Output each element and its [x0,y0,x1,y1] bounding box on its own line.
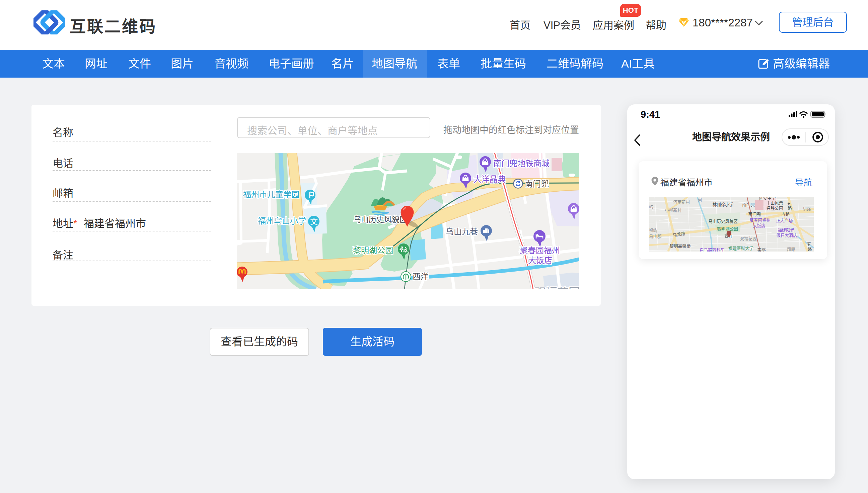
svg-text:小柳新村: 小柳新村 [665,208,682,213]
svg-text:福屿: 福屿 [649,228,658,233]
svg-text:福建阳光: 福建阳光 [778,228,794,233]
svg-text:大洋晶典: 大洋晶典 [473,175,506,184]
svg-text:南门兜: 南门兜 [742,202,755,207]
svg-text:正大广场: 正大广场 [776,218,793,223]
svg-text:于山风景: 于山风景 [766,200,783,206]
svg-text:双福花园: 双福花园 [740,236,757,241]
svg-text:占路: 占路 [781,212,790,217]
svg-text:南门兜: 南门兜 [748,212,761,217]
svg-text:名胜公园: 名胜公园 [766,206,783,211]
svg-text:河: 河 [698,197,702,202]
svg-text:乌山历史风貌区: 乌山历史风貌区 [353,215,407,224]
svg-text:黎明高架桥: 黎明高架桥 [670,243,691,249]
svg-text:乌山历史风貌区: 乌山历史风貌区 [708,219,738,224]
svg-text:白马路万科里: 白马路万科里 [700,248,725,252]
svg-text:乌山九巷: 乌山九巷 [446,227,478,236]
svg-text:福建医科大学: 福建医科大学 [728,246,753,251]
svg-text:路: 路 [788,206,792,211]
svg-text:黎明湖公园: 黎明湖公园 [717,227,738,232]
svg-text:林则徐小学: 林则徐小学 [713,202,734,207]
svg-text:屿: 屿 [649,205,653,209]
svg-text:大饭店: 大饭店 [528,256,552,265]
svg-text:五: 五 [787,201,791,206]
svg-text:聚春园福州: 聚春园福州 [520,246,560,255]
svg-text:文: 文 [310,217,318,226]
svg-text:假日大酒店: 假日大酒店 [776,233,798,238]
svg-text:西洋: 西洋 [412,272,429,281]
svg-text:胡路: 胡路 [802,206,811,211]
svg-text:双福花园: 双福花园 [534,286,579,289]
svg-text:河南新村: 河南新村 [673,200,690,205]
svg-text:福州乌山小学: 福州乌山小学 [258,216,306,226]
svg-text:南门兜: 南门兜 [525,179,549,188]
svg-text:黎明湖公园: 黎明湖公园 [353,246,393,255]
svg-text:群路: 群路 [787,247,795,252]
svg-text:五: 五 [807,242,811,247]
svg-text:（台江校区）: （台江校区） [730,251,755,252]
svg-text:福州市儿童学园: 福州市儿童学园 [243,190,299,199]
svg-text:路: 路 [808,246,812,252]
svg-text:乌山郡: 乌山郡 [649,234,662,239]
svg-text:大饭店: 大饭店 [753,223,766,228]
svg-text:茶亭: 茶亭 [758,248,766,252]
svg-text:聚春园福州: 聚春园福州 [749,218,770,223]
svg-text:南门兜地铁商城: 南门兜地铁商城 [493,159,549,168]
